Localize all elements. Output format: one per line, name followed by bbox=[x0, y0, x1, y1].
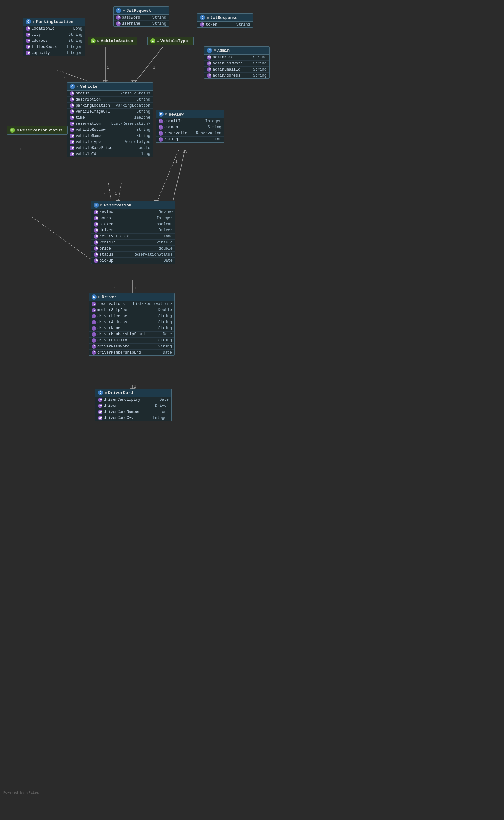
vehicle-status-header: E ⊞ VehicleStatus bbox=[88, 37, 137, 45]
diagram-container: 1 1 1 1 1 1 1 1 1 * bbox=[0, 0, 274, 798]
pl-field-city: :D city String bbox=[23, 32, 85, 38]
parking-location-box: C ⊞ ParkingLocation :D locationId Long :… bbox=[23, 18, 85, 56]
reservation-header: C ⊞ Reservation bbox=[91, 201, 175, 209]
reservation-status-header: E ⊞ ReservationStatus bbox=[7, 126, 67, 134]
admin-header: C ⊞ Admin bbox=[204, 47, 269, 55]
svg-line-0 bbox=[56, 70, 94, 84]
reservation-status-title: ReservationStatus bbox=[20, 128, 63, 133]
jwt-request-box: C ⊞ JwtRequest :D password String :D use… bbox=[113, 6, 169, 27]
vehicle-header: C ⊞ Vehicle bbox=[67, 83, 153, 91]
jwt-request-header: C ⊞ JwtRequest bbox=[114, 7, 169, 15]
driver-box: C ⊞ Driver :D reservations List<Reservat… bbox=[89, 293, 175, 356]
footer: Powered by yFiles bbox=[3, 791, 39, 794]
reservation-box: C ⊞ Reservation :D review Review :D hour… bbox=[91, 201, 175, 264]
svg-line-15 bbox=[156, 150, 179, 204]
jwt-response-header: C ⊞ JwtResponse bbox=[197, 14, 253, 22]
vehicle-type-box: E ⊞ VehicleType bbox=[147, 37, 194, 45]
pl-field-capacity: :D capacity Integer bbox=[23, 50, 85, 56]
admin-box: C ⊞ Admin :D adminName String :D adminPa… bbox=[204, 46, 270, 79]
svg-text:1: 1 bbox=[104, 192, 106, 196]
svg-text:1: 1 bbox=[115, 192, 117, 196]
driver-card-title: DriverCard bbox=[108, 391, 133, 395]
driver-title: Driver bbox=[102, 295, 117, 300]
pl-field-locationid: :D locationId Long bbox=[23, 26, 85, 32]
reservation-status-box: E ⊞ ReservationStatus bbox=[7, 126, 68, 135]
driver-card-box: C ⊞ DriverCard :D driverCardExpiry Date … bbox=[95, 389, 172, 421]
svg-marker-19 bbox=[183, 150, 187, 153]
jwt-response-field-token: :D token String bbox=[197, 22, 253, 27]
svg-text:1: 1 bbox=[175, 160, 178, 164]
svg-line-12 bbox=[118, 183, 121, 204]
vehicle-status-box: E ⊞ VehicleStatus bbox=[88, 37, 137, 45]
footer-text: Powered by yFiles bbox=[3, 791, 39, 794]
svg-line-10 bbox=[32, 217, 94, 262]
review-box: C ⊞ Review :D commitId Integer :D commen… bbox=[156, 110, 224, 143]
driver-card-header: C ⊞ DriverCard bbox=[95, 389, 171, 397]
admin-title: Admin bbox=[217, 48, 230, 53]
review-header: C ⊞ Review bbox=[156, 110, 224, 118]
pl-field-address: :D address String bbox=[23, 38, 85, 44]
pl-field-filledspots: :D filledSpots Integer bbox=[23, 44, 85, 50]
vehicle-type-title: VehicleType bbox=[160, 39, 188, 43]
svg-line-21 bbox=[108, 183, 112, 204]
reservation-title: Reservation bbox=[104, 203, 131, 208]
svg-text:1: 1 bbox=[153, 66, 155, 70]
jwt-request-title: JwtRequest bbox=[126, 8, 151, 13]
jwt-request-badge: C bbox=[116, 8, 121, 13]
svg-text:1: 1 bbox=[134, 286, 136, 290]
driver-header: C ⊞ Driver bbox=[89, 293, 174, 301]
parking-location-title: ParkingLocation bbox=[36, 19, 73, 24]
vehicle-status-title: VehicleStatus bbox=[101, 39, 133, 43]
svg-text:*: * bbox=[113, 286, 115, 290]
jwt-response-title: JwtResponse bbox=[210, 15, 238, 20]
parking-location-header: C ⊞ ParkingLocation bbox=[23, 18, 85, 26]
svg-text:1: 1 bbox=[107, 66, 109, 70]
jwt-request-field-password: :D password String bbox=[114, 15, 169, 21]
vehicle-box: C ⊞ Vehicle :D status VehicleStatus :D d… bbox=[67, 82, 153, 157]
jwt-response-box: C ⊞ JwtResponse :D token String bbox=[197, 13, 253, 28]
vehicle-type-header: E ⊞ VehicleType bbox=[148, 37, 193, 45]
review-title: Review bbox=[169, 112, 184, 117]
svg-text:1: 1 bbox=[19, 147, 21, 151]
svg-text:1: 1 bbox=[134, 385, 136, 389]
svg-line-18 bbox=[172, 150, 185, 204]
jwt-request-field-username: :D username String bbox=[114, 21, 169, 26]
svg-text:1: 1 bbox=[182, 171, 184, 175]
svg-text:1: 1 bbox=[64, 76, 66, 80]
vehicle-title: Vehicle bbox=[80, 84, 98, 89]
svg-line-6 bbox=[134, 47, 163, 84]
